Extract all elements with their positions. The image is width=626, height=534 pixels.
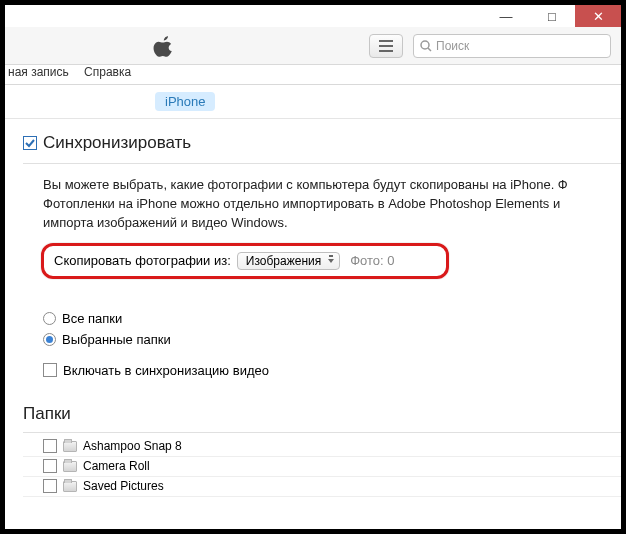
photo-count: Фото: 0	[350, 253, 394, 268]
radio-icon	[43, 312, 56, 325]
sync-description: Вы можете выбрать, какие фотографии с ко…	[23, 164, 621, 243]
svg-rect-0	[379, 40, 393, 42]
menu-bar: ная запись Справка	[5, 65, 621, 85]
radio-selected-folders[interactable]: Выбранные папки	[43, 332, 621, 347]
radio-all-folders[interactable]: Все папки	[43, 311, 621, 326]
menu-account[interactable]: ная запись	[8, 65, 69, 79]
toolbar: Поиск	[5, 27, 621, 65]
list-view-button[interactable]	[369, 34, 403, 58]
search-icon	[420, 40, 432, 52]
copy-from-row: Скопировать фотографии из: Изображения Ф…	[41, 243, 449, 279]
svg-rect-1	[379, 45, 393, 47]
menu-help[interactable]: Справка	[84, 65, 131, 79]
device-tabs: iPhone	[5, 85, 621, 119]
folder-list: Ashampoo Snap 8 Camera Roll Saved Pictur…	[23, 433, 621, 497]
check-icon	[25, 138, 35, 148]
folder-row[interactable]: Camera Roll	[23, 457, 621, 477]
folder-icon	[63, 461, 77, 472]
content-panel: Синхронизировать Вы можете выбрать, каки…	[23, 121, 621, 529]
maximize-button[interactable]: □	[529, 5, 575, 27]
sync-checkbox[interactable]	[23, 136, 37, 150]
apple-logo-icon	[153, 35, 175, 57]
search-input[interactable]: Поиск	[413, 34, 611, 58]
folder-icon	[63, 441, 77, 452]
folder-row[interactable]: Ashampoo Snap 8	[23, 437, 621, 457]
tab-iphone[interactable]: iPhone	[155, 92, 215, 111]
minimize-button[interactable]: —	[483, 5, 529, 27]
sync-header: Синхронизировать	[23, 121, 621, 164]
folder-scope-group: Все папки Выбранные папки	[23, 287, 621, 357]
radio-icon	[43, 333, 56, 346]
folder-checkbox[interactable]	[43, 459, 57, 473]
app-window: — □ ✕ Поиск ная запись Справка iPhone Си…	[5, 5, 621, 529]
copy-source-select[interactable]: Изображения	[237, 252, 340, 270]
folder-checkbox[interactable]	[43, 439, 57, 453]
folder-checkbox[interactable]	[43, 479, 57, 493]
folders-header: Папки	[23, 378, 621, 433]
main-area: iPhone Синхронизировать Вы можете выбрат…	[5, 84, 621, 529]
svg-rect-2	[379, 50, 393, 52]
sync-title: Синхронизировать	[43, 133, 191, 153]
include-video-row[interactable]: Включать в синхронизацию видео	[23, 357, 621, 378]
svg-line-4	[428, 48, 431, 51]
svg-point-3	[421, 41, 429, 49]
folder-icon	[63, 481, 77, 492]
list-icon	[379, 40, 393, 52]
window-controls: — □ ✕	[483, 5, 621, 27]
include-video-checkbox[interactable]	[43, 363, 57, 377]
search-placeholder: Поиск	[436, 39, 469, 53]
copy-from-label: Скопировать фотографии из:	[54, 253, 231, 268]
close-button[interactable]: ✕	[575, 5, 621, 27]
folder-row[interactable]: Saved Pictures	[23, 477, 621, 497]
